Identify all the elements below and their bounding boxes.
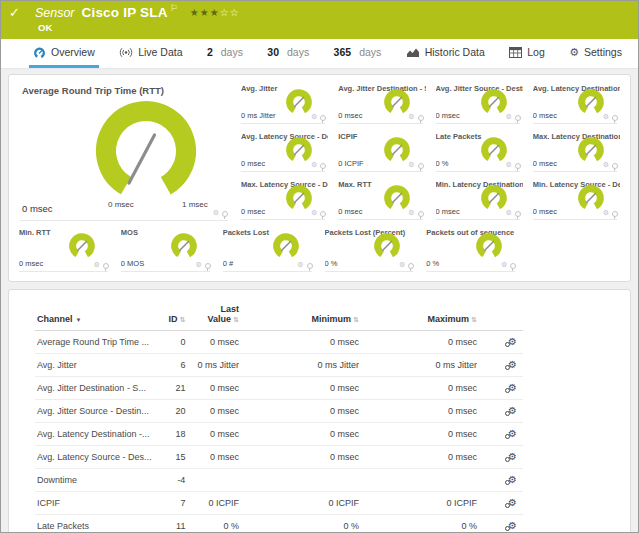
tile-gear-icon[interactable]: ⚙ — [505, 114, 511, 121]
channel-settings-icon[interactable]: ⚙ — [508, 498, 517, 508]
header-maximum[interactable]: Maximum⇅ — [365, 302, 483, 331]
tile-gear-icon[interactable]: ⚙ — [505, 162, 511, 169]
gauge-tile-packets-lost-percent: Packets Lost (Percent) 0 % ⚙ — [325, 223, 417, 275]
channel-settings-icon[interactable]: ⚙ — [508, 452, 517, 462]
channels-table: Channel▼ ID⇅ LastValue⇅ Minimum⇅ Maximum… — [35, 302, 523, 533]
pin-icon[interactable] — [408, 263, 414, 269]
tile-icons: ⚙ — [408, 210, 423, 217]
gauge-dial — [68, 232, 96, 260]
tile-icons: ⚙ — [603, 210, 618, 217]
table-row: ICPIF 7 0 ICPIF 0 ICPIF 0 ICPIF ⚙ — [35, 492, 523, 515]
pin-icon[interactable] — [320, 115, 326, 121]
pin-icon[interactable] — [320, 163, 326, 169]
tile-gear-icon[interactable]: ⚙ — [603, 162, 609, 169]
pin-icon[interactable] — [320, 211, 326, 217]
tile-gear-icon[interactable]: ⚙ — [311, 162, 317, 169]
channel-minimum: 0 % — [245, 515, 365, 533]
tab-overview[interactable]: Overview — [29, 39, 99, 68]
pin-icon[interactable] — [515, 163, 521, 169]
pin-icon[interactable] — [307, 263, 313, 269]
tab-historic-data-label: Historic Data — [425, 46, 485, 58]
log-table-icon — [509, 47, 522, 58]
tile-gear-icon[interactable]: ⚙ — [311, 114, 317, 121]
tab-30-days[interactable]: 30 days — [263, 39, 313, 68]
channel-name: Avg. Jitter Source - Destin... — [35, 400, 157, 423]
tile-gear-icon[interactable]: ⚙ — [603, 114, 609, 121]
gauge-value: 0 msec — [241, 159, 265, 168]
gauge-value: 0 msec — [19, 259, 43, 268]
header-id[interactable]: ID⇅ — [157, 302, 191, 331]
pin-icon[interactable] — [515, 211, 521, 217]
pin-icon[interactable] — [418, 211, 424, 217]
main-gauge-value: 0 msec — [22, 203, 53, 214]
tab-settings[interactable]: ⚙ Settings — [565, 39, 626, 68]
gauge-value: 0 msec — [436, 207, 460, 216]
gauge-value: 0 msec — [241, 207, 265, 216]
tile-gear-icon[interactable]: ⚙ — [311, 210, 317, 217]
gauge-title: Packets Lost (Percent) — [325, 223, 417, 237]
pin-icon[interactable] — [612, 211, 618, 217]
tab-365-days[interactable]: 365 days — [330, 39, 386, 68]
tile-gear-icon[interactable]: ⚙ — [297, 262, 303, 269]
tab-bar: Overview Live Data 2 days 30 days 365 da… — [1, 39, 638, 69]
tab-log[interactable]: Log — [505, 39, 549, 68]
channel-minimum: 0 ms Jitter — [245, 354, 365, 377]
flag-icon[interactable]: ⚐ — [170, 3, 178, 13]
channel-settings-icon[interactable]: ⚙ — [508, 475, 517, 485]
live-data-icon — [119, 46, 133, 59]
gauge-value: 0 % — [436, 159, 449, 168]
channel-settings-icon[interactable]: ⚙ — [508, 521, 517, 531]
pin-icon[interactable] — [515, 115, 521, 121]
channel-id: 15 — [157, 446, 191, 469]
channel-maximum: 0 msec — [365, 331, 483, 354]
tile-gear-icon[interactable]: ⚙ — [501, 262, 507, 269]
channel-settings-icon[interactable]: ⚙ — [508, 383, 517, 393]
tile-gear-icon[interactable]: ⚙ — [94, 262, 100, 269]
pin-icon[interactable] — [222, 211, 228, 217]
channel-settings-icon[interactable]: ⚙ — [508, 337, 517, 347]
gauge-value: 0 msec — [533, 207, 557, 216]
channel-settings-icon[interactable]: ⚙ — [508, 406, 517, 416]
header-channel[interactable]: Channel▼ — [35, 302, 157, 331]
channel-minimum: 0 msec — [245, 377, 365, 400]
channel-minimum — [245, 469, 365, 492]
tab-live-data[interactable]: Live Data — [115, 39, 186, 68]
channel-minimum: 0 msec — [245, 331, 365, 354]
gauges-top-section: Average Round Trip Time (RTT) 0 msec 1 m… — [14, 79, 625, 223]
header-last-value[interactable]: LastValue⇅ — [191, 302, 245, 331]
channel-settings-icon[interactable]: ⚙ — [508, 360, 517, 370]
channel-maximum: 0 msec — [365, 377, 483, 400]
tile-gear-icon[interactable]: ⚙ — [505, 210, 511, 217]
header-minimum[interactable]: Minimum⇅ — [245, 302, 365, 331]
tab-overview-label: Overview — [51, 46, 95, 58]
channel-id: 21 — [157, 377, 191, 400]
gauge-tile-packets-lost: Packets Lost 0 # ⚙ — [223, 223, 315, 275]
gauge-tile-max-latency-dest: Max. Latency Destination - So... 0 msec … — [533, 127, 620, 175]
tile-gear-icon[interactable]: ⚙ — [603, 210, 609, 217]
pin-icon[interactable] — [612, 115, 618, 121]
channel-settings-icon[interactable]: ⚙ — [508, 429, 517, 439]
gauge-tile-max-rtt: Max. RTT 0 msec ⚙ — [338, 175, 425, 223]
pin-icon[interactable] — [103, 263, 109, 269]
tab-2-days[interactable]: 2 days — [203, 39, 247, 68]
tab-30-days-label: days — [287, 46, 309, 58]
tile-icons: ⚙ — [195, 262, 210, 269]
gauge-dial — [383, 88, 411, 116]
tab-historic-data[interactable]: Historic Data — [402, 39, 489, 68]
tile-gear-icon[interactable]: ⚙ — [408, 114, 414, 121]
priority-stars[interactable]: ★★★☆☆ — [190, 7, 240, 18]
tab-2-days-number: 2 — [207, 46, 213, 58]
gauge-dial — [272, 232, 300, 260]
pin-icon[interactable] — [205, 263, 211, 269]
gauge-value: 0 # — [223, 259, 233, 268]
tile-gear-icon[interactable]: ⚙ — [408, 210, 414, 217]
pin-icon[interactable] — [418, 115, 424, 121]
tile-gear-icon[interactable]: ⚙ — [195, 262, 201, 269]
pin-icon[interactable] — [612, 163, 618, 169]
tile-gear-icon[interactable]: ⚙ — [399, 262, 405, 269]
tile-gear-icon[interactable]: ⚙ — [213, 210, 219, 217]
channel-maximum: 0 msec — [365, 423, 483, 446]
pin-icon[interactable] — [418, 163, 424, 169]
pin-icon[interactable] — [510, 263, 516, 269]
tile-gear-icon[interactable]: ⚙ — [408, 162, 414, 169]
